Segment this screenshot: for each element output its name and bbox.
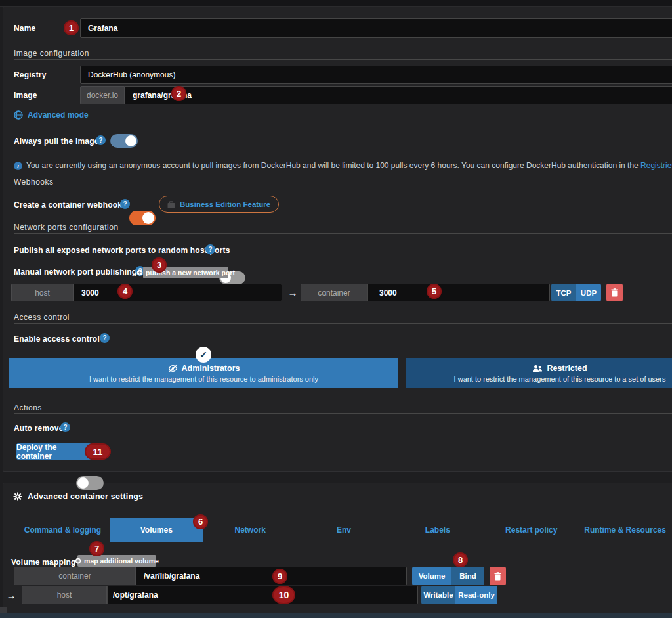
plus-circle-icon bbox=[136, 269, 143, 276]
notice-text: You are currently using an anonymous acc… bbox=[26, 161, 640, 170]
section-divider bbox=[14, 188, 672, 188]
volume-container-path-input[interactable] bbox=[136, 567, 407, 585]
tab-runtime-resources[interactable]: Runtime & Resources bbox=[578, 518, 672, 542]
advanced-mode-label: Advanced mode bbox=[28, 110, 89, 120]
annotation-badge-2: 2 bbox=[171, 86, 186, 101]
container-port-addon: container bbox=[301, 284, 368, 301]
image-registry-addon: docker.io bbox=[80, 86, 125, 104]
image-label: Image bbox=[14, 91, 37, 100]
portainer-create-container-page: { "colors": { "primary_blue": "#337ab7",… bbox=[0, 0, 672, 618]
deploy-container-button[interactable]: Deploy the container bbox=[16, 443, 91, 460]
business-edition-badge: Business Edition Feature bbox=[159, 196, 279, 213]
briefcase-icon bbox=[167, 201, 175, 208]
section-divider bbox=[14, 59, 672, 60]
annotation-badge-4: 4 bbox=[117, 284, 133, 299]
annotation-badge-1: 1 bbox=[64, 20, 79, 35]
name-label: Name bbox=[14, 24, 35, 33]
registry-label: Registry bbox=[14, 70, 47, 79]
mapping-arrow-icon: → bbox=[286, 284, 299, 301]
container-port-input[interactable] bbox=[368, 284, 550, 301]
advanced-mode-link[interactable]: Advanced mode bbox=[14, 110, 89, 120]
help-icon[interactable]: ? bbox=[120, 199, 130, 209]
anonymous-pull-notice: You are currently using an anonymous acc… bbox=[26, 161, 672, 170]
volume-mapping-label: Volume mapping bbox=[11, 558, 76, 567]
section-title-webhooks: Webhooks bbox=[14, 177, 53, 187]
auto-remove-toggle[interactable] bbox=[76, 476, 104, 490]
delete-port-button[interactable] bbox=[606, 284, 623, 301]
advanced-settings-header: Advanced container settings bbox=[13, 492, 143, 501]
annotation-badge-3: 3 bbox=[152, 257, 167, 273]
help-icon[interactable]: ? bbox=[100, 333, 110, 343]
webhook-label: Create a container webhook bbox=[14, 200, 122, 210]
section-divider bbox=[14, 323, 672, 324]
administrators-description: I want to restrict the management of thi… bbox=[89, 375, 318, 383]
section-title-actions: Actions bbox=[14, 403, 42, 412]
udp-button[interactable]: UDP bbox=[576, 284, 601, 301]
annotation-badge-10: 10 bbox=[272, 586, 295, 604]
section-title-access-control: Access control bbox=[14, 313, 70, 322]
info-icon: i bbox=[14, 162, 22, 170]
gear-icon bbox=[13, 492, 22, 501]
always-pull-label: Always pull the image bbox=[14, 137, 99, 146]
annotation-badge-6: 6 bbox=[193, 514, 208, 529]
users-icon bbox=[532, 364, 543, 372]
restricted-description: I want to restrict the management of thi… bbox=[454, 375, 666, 383]
tab-env[interactable]: Env bbox=[297, 518, 391, 542]
globe-icon bbox=[14, 110, 23, 120]
tab-volumes[interactable]: Volumes bbox=[110, 518, 203, 542]
bottom-bar bbox=[0, 613, 672, 618]
advanced-settings-tabs: Command & logging Volumes Network Env La… bbox=[16, 518, 672, 542]
host-port-addon: host bbox=[11, 284, 74, 301]
trash-icon bbox=[611, 288, 618, 297]
toggle-knob bbox=[142, 212, 154, 224]
map-additional-volume-label: map additional volume bbox=[84, 557, 159, 565]
access-restricted-card[interactable]: Restricted I want to restrict the manage… bbox=[406, 358, 672, 388]
top-bar bbox=[0, 0, 672, 7]
toggle-knob bbox=[125, 135, 136, 146]
volume-type-bind-button[interactable]: Bind bbox=[452, 567, 484, 585]
tab-labels[interactable]: Labels bbox=[390, 518, 484, 542]
tcp-button[interactable]: TCP bbox=[551, 284, 576, 301]
selected-check-icon: ✓ bbox=[196, 347, 211, 363]
section-divider bbox=[14, 233, 672, 234]
always-pull-toggle[interactable] bbox=[110, 134, 138, 148]
manual-publish-label: Manual network port publishing bbox=[14, 267, 136, 276]
plus-circle-icon bbox=[75, 558, 81, 564]
tab-restart-policy[interactable]: Restart policy bbox=[484, 518, 578, 542]
registries-view-link[interactable]: Registries View bbox=[640, 161, 672, 170]
tab-network[interactable]: Network bbox=[203, 518, 297, 542]
webhook-toggle[interactable] bbox=[129, 211, 156, 225]
annotation-badge-8: 8 bbox=[453, 552, 468, 567]
business-edition-label: Business Edition Feature bbox=[180, 200, 270, 208]
volume-container-addon: container bbox=[14, 567, 136, 585]
volume-type-volume-button[interactable]: Volume bbox=[412, 567, 452, 585]
enable-access-label: Enable access control bbox=[14, 334, 100, 343]
section-title-image-configuration: Image configuration bbox=[14, 49, 89, 58]
image-input[interactable] bbox=[125, 86, 672, 104]
eye-slash-icon bbox=[168, 364, 178, 372]
administrators-title: Administrators bbox=[182, 364, 240, 373]
mapping-arrow-icon: → bbox=[5, 586, 17, 604]
scrollbar-corner bbox=[0, 607, 7, 613]
tab-command-logging[interactable]: Command & logging bbox=[16, 518, 110, 542]
registry-select[interactable]: DockerHub (anonymous) bbox=[80, 66, 672, 84]
section-title-network-ports: Network ports configuration bbox=[14, 223, 119, 232]
registry-selected-value: DockerHub (anonymous) bbox=[88, 70, 175, 79]
annotation-badge-11: 11 bbox=[85, 443, 111, 460]
volume-writable-button[interactable]: Writable bbox=[421, 586, 455, 604]
name-input[interactable] bbox=[80, 18, 672, 38]
publish-all-label: Publish all exposed network ports to ran… bbox=[14, 246, 230, 255]
delete-volume-button[interactable] bbox=[490, 567, 506, 585]
toggle-knob bbox=[77, 477, 89, 489]
annotation-badge-7: 7 bbox=[89, 541, 104, 556]
auto-remove-label: Auto remove bbox=[14, 424, 64, 433]
help-icon[interactable]: ? bbox=[205, 244, 215, 254]
volume-readonly-button[interactable]: Read-only bbox=[455, 586, 497, 604]
host-port-input[interactable] bbox=[74, 284, 282, 301]
map-additional-volume-button[interactable]: map additional volume bbox=[77, 555, 156, 567]
volume-host-path-input[interactable] bbox=[107, 586, 418, 604]
volume-host-addon: host bbox=[22, 586, 107, 604]
help-icon[interactable]: ? bbox=[96, 135, 106, 145]
annotation-badge-5: 5 bbox=[427, 284, 442, 299]
help-icon[interactable]: ? bbox=[60, 422, 70, 432]
